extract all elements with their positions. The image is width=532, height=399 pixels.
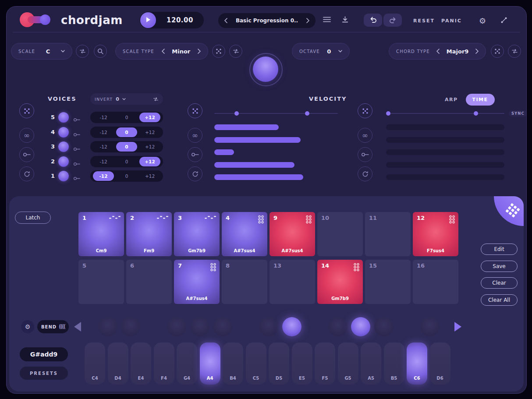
velocity-range-slider[interactable] [214, 113, 338, 114]
preset-name[interactable]: Basic Progression 0.. [236, 18, 298, 24]
menu-icon[interactable] [323, 17, 331, 22]
reset-button[interactable]: RESET [413, 18, 435, 24]
transpose-minus12[interactable]: -12 [93, 113, 114, 122]
black-key-knob[interactable] [190, 317, 209, 336]
transpose-zero[interactable]: 0 [116, 142, 137, 152]
scale-selector[interactable]: SCALE C [11, 43, 72, 60]
undo-button[interactable] [364, 14, 382, 27]
time-range-slider[interactable] [386, 113, 504, 114]
transpose-plus12[interactable]: +12 [139, 142, 160, 152]
velocity-bar[interactable] [214, 124, 338, 130]
swap-icon[interactable] [76, 45, 89, 58]
transpose-plus12[interactable]: +12 [139, 113, 160, 122]
transpose-minus12[interactable]: -12 [93, 171, 114, 181]
dice-icon[interactable] [491, 45, 504, 58]
link-icon[interactable] [358, 147, 372, 162]
time-bar[interactable] [386, 137, 504, 143]
dice-icon[interactable] [358, 103, 372, 118]
presets-button[interactable]: PRESETS [20, 367, 68, 380]
chord-type-selector[interactable]: CHORD TYPE Major9 [389, 43, 486, 60]
refresh-icon[interactable] [358, 166, 372, 181]
velocity-bar[interactable] [214, 174, 338, 180]
link-icon[interactable] [73, 130, 80, 138]
black-key-knob[interactable] [121, 317, 140, 336]
redo-button[interactable] [383, 14, 402, 27]
scale-type-selector[interactable]: SCALE TYPE Minor [115, 43, 208, 60]
black-key-knob[interactable] [167, 317, 186, 336]
black-key-knob[interactable] [98, 317, 117, 336]
swap-icon[interactable] [508, 45, 521, 58]
sync-label[interactable]: SYNC [509, 110, 527, 117]
transpose-zero[interactable]: 0 [116, 171, 137, 181]
white-key[interactable]: A5 [361, 343, 381, 385]
white-key[interactable]: G4 [177, 343, 197, 385]
bpm-display[interactable]: 120.00 [156, 16, 204, 24]
transpose-plus12[interactable]: +12 [139, 127, 160, 137]
refresh-icon[interactable] [19, 166, 34, 181]
white-key[interactable]: D4 [108, 343, 128, 385]
link-icon[interactable] [188, 147, 202, 162]
chevron-left-icon[interactable] [436, 49, 440, 54]
voice-toggle[interactable] [58, 141, 69, 152]
time-bar[interactable] [386, 124, 504, 130]
octave-selector[interactable]: OCTAVE 0 [292, 43, 350, 60]
transpose-minus12[interactable]: -12 [93, 157, 114, 166]
transpose-minus12[interactable]: -12 [93, 127, 114, 137]
white-key[interactable]: C6 [407, 343, 427, 385]
infinity-icon[interactable]: ∞ [188, 128, 202, 143]
voice-toggle[interactable] [58, 127, 69, 138]
chevron-right-icon[interactable] [306, 18, 309, 23]
velocity-bar[interactable] [214, 149, 338, 155]
black-key-knob[interactable] [420, 317, 440, 336]
time-range-handle[interactable] [386, 111, 390, 116]
voice-toggle[interactable] [58, 112, 69, 123]
gear-icon[interactable]: ⚙ [479, 16, 486, 25]
voice-toggle[interactable] [58, 171, 69, 181]
voice-toggle[interactable] [58, 156, 69, 167]
chevron-right-icon[interactable] [198, 49, 201, 54]
black-key-knob[interactable] [351, 317, 370, 336]
link-icon[interactable] [73, 159, 80, 168]
white-key[interactable]: C5 [246, 343, 266, 385]
white-key[interactable]: D5 [269, 343, 289, 385]
white-key[interactable]: D6 [430, 343, 450, 385]
chevron-right-icon[interactable] [475, 49, 479, 54]
transpose-zero[interactable]: 0 [116, 113, 137, 122]
dice-icon[interactable] [212, 45, 225, 58]
infinity-icon[interactable]: ∞ [358, 128, 372, 143]
black-key-knob[interactable] [259, 317, 278, 336]
link-icon[interactable] [19, 147, 34, 162]
black-key-knob[interactable] [213, 317, 232, 336]
transpose-zero[interactable]: 0 [116, 157, 137, 166]
transpose-plus12[interactable]: +12 [139, 157, 160, 166]
velocity-bar[interactable] [214, 162, 338, 168]
time-bar[interactable] [386, 162, 504, 168]
play-button[interactable] [140, 12, 156, 28]
invert-selector[interactable]: INVERT 0 [90, 93, 163, 105]
tab-arp[interactable]: ARP [445, 97, 458, 102]
link-icon[interactable] [73, 174, 80, 182]
time-bar[interactable] [386, 149, 504, 155]
chevron-left-icon[interactable] [224, 18, 227, 23]
transpose-minus12[interactable]: -12 [93, 142, 114, 152]
center-knob[interactable] [249, 53, 283, 86]
velocity-bar[interactable] [214, 137, 338, 143]
swap-icon[interactable] [229, 45, 242, 58]
black-key-knob[interactable] [374, 317, 394, 336]
panic-button[interactable]: PANIC [441, 18, 462, 24]
time-bar[interactable] [386, 174, 504, 180]
white-key[interactable]: B4 [223, 343, 243, 385]
white-key[interactable]: G5 [338, 343, 358, 385]
black-key-knob[interactable] [282, 317, 301, 336]
transpose-plus12[interactable]: +12 [139, 171, 160, 181]
white-key[interactable]: E5 [292, 343, 312, 385]
refresh-icon[interactable] [188, 166, 202, 181]
random-nodes-icon[interactable] [500, 17, 507, 24]
white-key[interactable]: B5 [384, 343, 404, 385]
time-range-handle[interactable] [474, 111, 478, 116]
swap-icon[interactable] [153, 97, 159, 102]
chevron-left-icon[interactable] [162, 49, 165, 54]
transpose-zero[interactable]: 0 [116, 127, 137, 137]
dice-icon[interactable] [188, 103, 202, 118]
dice-icon[interactable] [19, 103, 34, 118]
